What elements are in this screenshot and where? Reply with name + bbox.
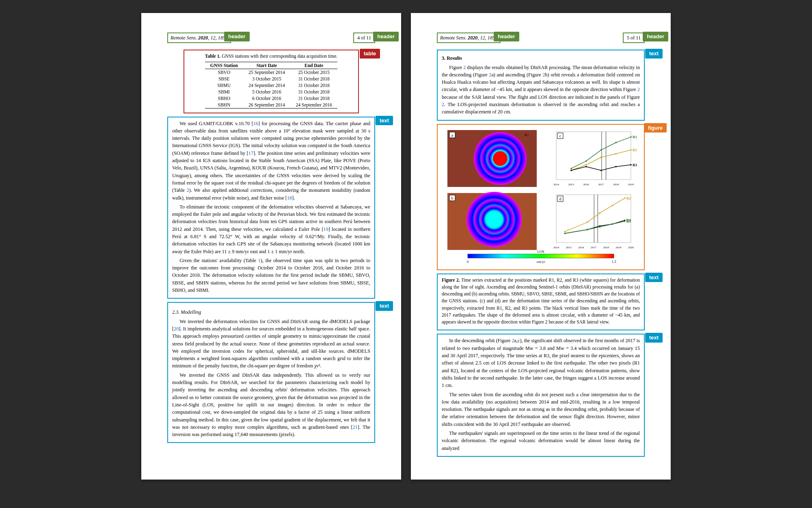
p: The earthquakes' signals are superimpose…	[442, 430, 640, 452]
th: GNSS Station	[205, 62, 243, 69]
svg-point-71	[611, 223, 613, 225]
modelling-text: text 2.3. Modelling We inverted the defo…	[167, 302, 375, 443]
ann-text: text	[376, 116, 393, 126]
header-row: Remote Sens. 2020, 12, 1852 header 5 of …	[437, 33, 645, 43]
svg-text:2018: 2018	[613, 183, 619, 186]
svg-point-60	[624, 197, 626, 199]
figure-2: figure a R1 c201420152016201720182019R1R…	[437, 124, 645, 270]
svg-point-19	[570, 168, 572, 169]
svg-text:1.5: 1.5	[611, 260, 616, 264]
cite-21[interactable]: 21	[353, 424, 358, 430]
cite-17[interactable]: 17	[248, 150, 253, 156]
results-body: text In the descending orbit (Figure 2a,…	[437, 334, 645, 456]
ann-header: header	[494, 32, 519, 41]
t: Remote Sens.	[171, 35, 197, 41]
svg-text:2017: 2017	[598, 183, 604, 186]
svg-text:2017: 2017	[591, 246, 597, 249]
svg-text:2015: 2015	[566, 246, 572, 249]
ann-text: text	[645, 273, 663, 282]
table-1: table Table 1. GNSS stations with their …	[184, 50, 359, 113]
svg-point-23	[630, 136, 632, 138]
journal-header: Remote Sens. 2020, 12, 1852	[167, 33, 231, 43]
svg-point-26	[585, 164, 587, 165]
svg-point-34	[615, 166, 617, 167]
cite-16[interactable]: 16	[253, 121, 258, 126]
page-spread: Remote Sens. 2020, 12, 1852 header 4 of …	[0, 0, 812, 493]
header-row: Remote Sens. 2020, 12, 1852 header 4 of …	[167, 33, 375, 43]
svg-point-31	[570, 169, 572, 171]
svg-point-41	[487, 212, 501, 227]
ann-text: text	[645, 333, 663, 343]
svg-text:c: c	[559, 134, 561, 138]
svg-point-21	[600, 149, 602, 151]
page-right: Remote Sens. 2020, 12, 1852 header 5 of …	[411, 13, 671, 480]
page-number: 5 of 11	[623, 33, 645, 43]
svg-text:2014: 2014	[553, 183, 559, 186]
page-number: 4 of 11	[353, 33, 375, 43]
p: The series taken from the ascending orbi…	[442, 391, 640, 428]
table-caption: Table 1. GNSS stations with their corres…	[188, 53, 354, 60]
fig-ref[interactable]: 2	[637, 87, 640, 92]
p: We inverted the GNSS and DInSAR data ind…	[172, 371, 370, 439]
p: Given the stations' availability (Table …	[172, 257, 370, 294]
ann-text: text	[645, 49, 663, 59]
figure-caption: text Figure 2. Time series extracted at …	[437, 274, 645, 331]
svg-point-4	[493, 151, 508, 166]
cite-20[interactable]: 20	[174, 326, 179, 332]
cite-19[interactable]: 19	[324, 226, 328, 232]
fig2-caption: Figure 2. Time series extracted at the p…	[442, 277, 640, 326]
svg-text:2015: 2015	[568, 183, 574, 186]
ann-text: text	[376, 301, 393, 311]
section-3: 3. Results	[442, 54, 640, 62]
svg-rect-74	[468, 254, 614, 258]
ann-figure: figure	[644, 123, 667, 133]
svg-point-72	[624, 220, 626, 222]
th: Start Date	[243, 62, 290, 69]
p: Figure 2 displays the results obtained b…	[442, 64, 640, 116]
cite-18[interactable]: 18	[287, 195, 292, 201]
svg-text:2019: 2019	[628, 183, 634, 186]
svg-point-32	[585, 166, 587, 167]
svg-point-57	[587, 221, 588, 223]
svg-point-58	[599, 212, 601, 214]
svg-point-29	[630, 149, 632, 151]
svg-text:2014: 2014	[553, 246, 559, 249]
svg-point-27	[600, 156, 602, 158]
svg-point-68	[564, 232, 566, 234]
svg-rect-44	[556, 195, 631, 243]
svg-point-28	[615, 153, 617, 154]
ann-header: header	[373, 32, 399, 41]
section-2-3: 2.3. Modelling	[172, 308, 370, 316]
ann-table: table	[360, 49, 380, 59]
p: We inverted the deformation velocities f…	[172, 318, 370, 370]
table-row: SBHN26 September 201424 September 2016	[205, 102, 337, 109]
svg-text:R1: R1	[525, 133, 529, 137]
svg-text:2016: 2016	[583, 183, 590, 186]
table-row: SBVO25 September 201425 October 2015	[205, 69, 337, 76]
svg-text:R2: R2	[626, 196, 631, 200]
th: End Date	[290, 62, 337, 69]
svg-point-20	[585, 160, 587, 162]
t: 2020	[198, 35, 208, 41]
svg-text:cm/yr: cm/yr	[537, 260, 545, 264]
svg-point-69	[587, 229, 588, 230]
svg-text:R2: R2	[633, 148, 637, 152]
svg-text:LOS: LOS	[537, 250, 544, 254]
p: To eliminate the tectonic component of t…	[172, 203, 370, 255]
table-row: SBMU24 September 201431 October 2018	[205, 82, 337, 89]
table-row: SBMI5 October 201631 October 2018	[205, 89, 337, 95]
p: We used GAMIT/GLOBK v.10.70 [16] for pro…	[172, 120, 370, 202]
p: In the descending orbit (Figure 2a,c), t…	[442, 337, 640, 389]
journal-header: Remote Sens. 2020, 12, 1852	[437, 33, 501, 43]
t: 12	[211, 35, 216, 41]
svg-text:b: b	[451, 196, 454, 200]
table-row: SBHO6 October 201631 October 2018	[205, 95, 337, 102]
svg-point-33	[600, 169, 602, 171]
svg-point-22	[615, 142, 617, 143]
svg-text:2018: 2018	[603, 246, 609, 249]
svg-point-35	[630, 164, 632, 165]
ann-header: header	[224, 32, 250, 41]
table-row: SBSE3 October 201531 October 2018	[205, 76, 337, 82]
svg-text:R1: R1	[633, 135, 637, 139]
t: GNSS stations with their corresponding d…	[222, 54, 337, 59]
